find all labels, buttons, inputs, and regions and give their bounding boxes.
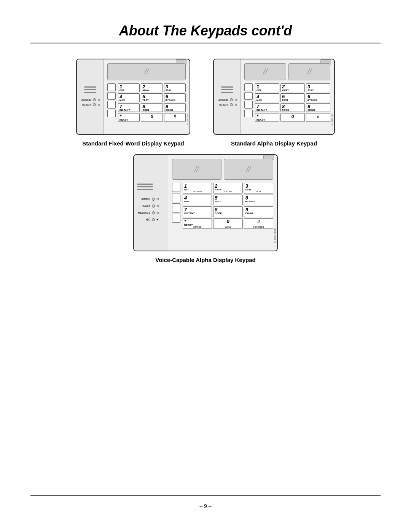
voice-blank-btn-2 (172, 193, 180, 202)
alpha-slash-right: // (307, 67, 311, 76)
alpha-armed-arrow: ◁ (234, 98, 237, 102)
key-0[interactable]: 0 (141, 113, 162, 122)
alpha-blank-btn-1 (244, 83, 253, 91)
alpha-speaker-line-1 (221, 86, 233, 88)
voice-keypad-main-area: 1 OFF RECORD 2 AWAY VOLUME (172, 183, 273, 229)
key-hash[interactable]: # (164, 113, 186, 122)
speaker-line-2 (84, 89, 96, 90)
alpha-key-0[interactable]: 0 (280, 113, 305, 122)
alpha-key-4[interactable]: 4MAX (255, 93, 279, 102)
voice-key-9[interactable]: 9 CHIME (244, 206, 273, 217)
blank-buttons-left (107, 83, 116, 117)
alpha-speaker-line-3 (221, 92, 233, 93)
key-4[interactable]: 4MAX (118, 93, 140, 102)
voice-message-indicator: MESSAGE ◁ (137, 211, 159, 214)
key-2[interactable]: 2AWAY (141, 83, 162, 92)
voice-key-4[interactable]: 4 MAX (183, 195, 212, 205)
voice-keypad-buttons: 1 OFF RECORD 2 AWAY VOLUME (183, 183, 273, 229)
voice-key-star[interactable]: * READY STATUS (183, 218, 212, 229)
serial-number-alpha: 800-09814-V1 (331, 114, 333, 126)
alpha-key-1[interactable]: 1OFF (255, 83, 279, 92)
voice-speaker-line-1 (137, 184, 153, 185)
voice-blank-btn-4 (172, 214, 180, 223)
voice-ready-led (152, 204, 155, 208)
key-5[interactable]: 5TEST (141, 93, 162, 102)
blank-btn-3 (107, 101, 116, 109)
armed-indicator: ARMED ◁ (81, 98, 100, 102)
alpha-key-2[interactable]: 2AWAY (280, 83, 305, 92)
ready-indicator: READY ◁ (81, 103, 100, 107)
alpha-label: Standard Alpha Display Keypad (231, 140, 317, 147)
voice-left-panel: ARMED ◁ READY ◁ MESSAGE ◁ (134, 155, 168, 251)
voice-keypad-container: ARMED ◁ READY ◁ MESSAGE ◁ (133, 154, 278, 263)
serial-number-fixed: 800-09813-V1 (186, 114, 189, 126)
alpha-keypad-buttons: 1OFF 2AWAY 3STAY 4MAX 5TEST 6BYPASS 7INS… (255, 83, 330, 122)
blank-btn-2 (107, 92, 116, 100)
alpha-key-7[interactable]: 7INSTANT (255, 103, 279, 112)
alpha-ready-led (230, 103, 233, 106)
alpha-ready-label: READY (218, 104, 228, 106)
alpha-key-5[interactable]: 5TEST (280, 93, 305, 102)
voice-key-8[interactable]: 8 CODE (213, 206, 242, 217)
key-star[interactable]: *READY (118, 113, 140, 122)
alpha-keypad-device: ARMED ◁ READY ◁ // (213, 59, 335, 135)
voice-armed-led (152, 198, 155, 201)
alpha-display-container: // // (244, 63, 330, 80)
alpha-left-panel: ARMED ◁ READY ◁ (214, 59, 241, 134)
voice-key-5[interactable]: 5 TEST (213, 195, 242, 205)
blank-btn-1 (107, 83, 116, 91)
voice-speaker-lines (137, 184, 153, 190)
display-slash: // (144, 67, 148, 76)
ready-label: READY (81, 104, 91, 106)
speaker-lines (84, 86, 96, 93)
keypads-row: ARMED ◁ READY ◁ // (30, 59, 381, 147)
voice-section: ARMED ◁ READY ◁ MESSAGE ◁ (30, 154, 381, 263)
alpha-display-left: // (244, 63, 286, 80)
title-underline (30, 43, 381, 43)
voice-ready-label: READY (137, 204, 150, 207)
voice-display-container: // // (172, 159, 273, 180)
page-title: About The Keypads cont'd (30, 23, 381, 39)
voice-right-panel: // // (168, 155, 277, 251)
voice-mic-arrow: ● (156, 218, 158, 221)
voice-mic-label: MIC (137, 218, 150, 221)
key-1[interactable]: 1OFF (118, 83, 140, 92)
alpha-key-hash[interactable]: # (306, 113, 330, 122)
fixed-word-keypad-container: ARMED ◁ READY ◁ // (76, 59, 190, 147)
voice-blank-buttons (172, 183, 180, 223)
voice-key-hash[interactable]: # FUNCTION (244, 218, 273, 229)
speaker-line-1 (84, 86, 96, 88)
key-6[interactable]: 6BYPASS (164, 93, 186, 102)
voice-mic-led (152, 218, 155, 221)
armed-arrow: ◁ (97, 98, 100, 102)
voice-key-7[interactable]: 7 INSTANT (183, 206, 212, 217)
alpha-key-9[interactable]: 9CHIME (306, 103, 330, 112)
voice-key-6[interactable]: 6 BYPASS (244, 195, 273, 205)
alpha-num-keys-grid: 1OFF 2AWAY 3STAY 4MAX 5TEST 6BYPASS 7INS… (255, 83, 330, 122)
alpha-key-star[interactable]: *READY (255, 113, 279, 122)
key-3[interactable]: 3STAY (164, 83, 186, 92)
voice-armed-arrow: ◁ (156, 197, 159, 201)
voice-key-2[interactable]: 2 AWAY VOLUME (213, 183, 242, 193)
voice-message-label: MESSAGE (137, 211, 150, 214)
title-suffix: cont'd (248, 23, 292, 38)
key-7[interactable]: 7INSTANT (118, 103, 140, 112)
voice-key-3[interactable]: 3 STAY PLAY (244, 183, 273, 193)
voice-key-1[interactable]: 1 OFF RECORD (183, 183, 212, 193)
num-keys-grid: 1OFF 2AWAY 3STAY 4MAX 5TEST 6BYPASS 7INS… (118, 83, 186, 122)
voice-ready-arrow: ◁ (156, 204, 159, 208)
alpha-key-8[interactable]: 8CODE (280, 103, 305, 112)
voice-num-keys-grid: 1 OFF RECORD 2 AWAY VOLUME (183, 183, 273, 229)
key-9[interactable]: 9CHIME (164, 103, 186, 112)
alpha-key-6[interactable]: 6BYPASS (306, 93, 330, 102)
alpha-keypad-main-area: 1OFF 2AWAY 3STAY 4MAX 5TEST 6BYPASS 7INS… (244, 83, 330, 122)
voice-message-led (152, 211, 155, 214)
fixed-word-display: // (107, 63, 186, 80)
alpha-key-3[interactable]: 3STAY (306, 83, 330, 92)
voice-mic-indicator: MIC ● (137, 218, 158, 221)
alpha-armed-led (230, 98, 233, 101)
voice-slash-right: // (246, 165, 250, 174)
key-8[interactable]: 8CODE (141, 103, 162, 112)
voice-key-0[interactable]: 0 VOICE (213, 218, 242, 229)
keypad-buttons-fixed: 1OFF 2AWAY 3STAY 4MAX 5TEST 6BYPASS 7INS… (118, 83, 186, 122)
